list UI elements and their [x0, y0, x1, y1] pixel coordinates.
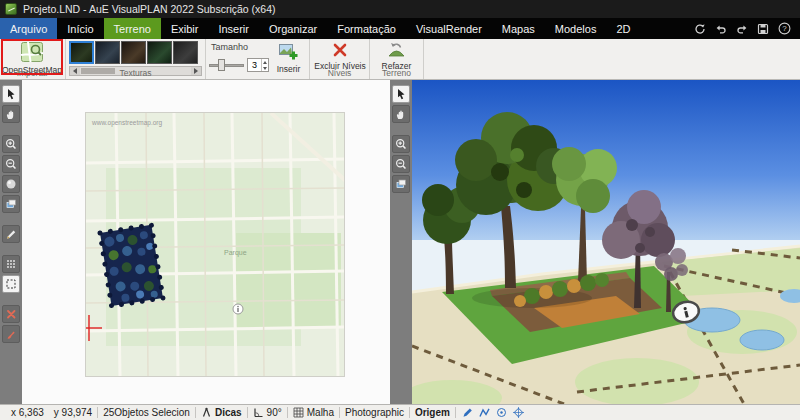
angle-indicator[interactable]: 90° [248, 407, 287, 418]
rebuild-terrain-icon [388, 42, 405, 60]
redo-icon[interactable] [735, 22, 749, 36]
menu-bar: Arquivo Início Terreno Exibir Inserir Or… [0, 18, 800, 39]
texture-thumbnail[interactable] [173, 41, 198, 64]
draw-tool-button[interactable] [2, 225, 20, 243]
select-tool-button[interactable] [2, 85, 20, 103]
compass-icon [201, 407, 212, 418]
texture-thumbnail[interactable] [95, 41, 120, 64]
polyline-icon[interactable] [479, 407, 490, 418]
menu-formatacao[interactable]: Formatação [327, 18, 406, 39]
pan-tool-button-3d[interactable] [392, 105, 410, 123]
dots-grid-icon [5, 258, 17, 270]
zoom-out-icon [5, 158, 17, 170]
views-button-3d[interactable] [392, 175, 410, 193]
ribbon: OpenStreetMap Importar Text [0, 39, 800, 80]
map-2d-canvas[interactable]: www.openstreetmap.org Parque [86, 113, 345, 377]
hatch-tool-button[interactable] [2, 255, 20, 273]
angle-icon [253, 407, 264, 418]
grid-icon [293, 407, 304, 418]
menu-mapas[interactable]: Mapas [492, 18, 545, 39]
menu-organizar[interactable]: Organizar [259, 18, 327, 39]
ribbon-group-niveis: Excluir Níveis Níveis [310, 39, 370, 79]
save-icon[interactable] [756, 22, 770, 36]
hand-icon [5, 108, 17, 120]
selection-count: 25Objetos Selecion [98, 407, 195, 418]
undo-icon[interactable] [714, 22, 728, 36]
delete-x-icon [332, 42, 348, 60]
erase-tool-button[interactable] [2, 325, 20, 343]
menu-inserir[interactable]: Inserir [208, 18, 259, 39]
pencil-blue-icon[interactable] [462, 407, 473, 418]
inserir-button[interactable]: Inserir [271, 41, 306, 75]
view-3d-canvas[interactable] [412, 80, 800, 404]
menu-terreno[interactable]: Terreno [104, 18, 161, 39]
refresh-icon[interactable] [693, 22, 707, 36]
menu-inicio[interactable]: Início [57, 18, 103, 39]
ribbon-group-terreno: Refazer Terreno [370, 39, 424, 79]
coordinate-x: x 6,363 [6, 407, 49, 418]
select-tool-button-3d[interactable] [392, 85, 410, 103]
red-x-icon [5, 308, 17, 320]
ribbon-empty-space [424, 39, 800, 79]
map-info-marker [233, 304, 243, 314]
zoom-in-button-3d[interactable] [392, 135, 410, 153]
zoom-in-icon [5, 138, 17, 150]
texture-thumbnail[interactable] [147, 41, 172, 64]
delete-object-button[interactable] [2, 305, 20, 323]
snap-mode-icons [456, 407, 530, 418]
hand-icon [395, 108, 407, 120]
menu-exibir[interactable]: Exibir [161, 18, 209, 39]
layers-icon [5, 198, 17, 210]
map-document[interactable]: www.openstreetmap.org Parque [85, 112, 345, 377]
center-snap-icon[interactable] [496, 407, 507, 418]
osnap-diamond-icon[interactable] [513, 407, 524, 418]
pane-2d: www.openstreetmap.org Parque [22, 80, 390, 404]
menu-visualrender[interactable]: VisualRender [406, 18, 492, 39]
selected-planting-area[interactable] [100, 225, 163, 306]
menu-modelos[interactable]: Modelos [545, 18, 607, 39]
layers-icon [395, 178, 407, 190]
ribbon-group-texturas: Texturas [66, 39, 206, 79]
zoom-out-icon [395, 158, 407, 170]
pencil-icon [5, 228, 17, 240]
cursor-icon [5, 88, 17, 100]
zoom-out-button[interactable] [2, 155, 20, 173]
pan-tool-button[interactable] [2, 105, 20, 123]
tamanho-label: Tamanho [211, 42, 269, 52]
marquee-select-button[interactable] [2, 275, 20, 293]
view3d-toolbar [390, 80, 412, 404]
spin-down-button[interactable] [262, 65, 268, 71]
malha-toggle[interactable]: Malha [288, 407, 339, 418]
ribbon-group-inserir: Tamanho 3 [206, 39, 310, 79]
group-label-terreno: Terreno [370, 68, 423, 79]
dicas-toggle[interactable]: Dicas [196, 407, 247, 418]
park-area-2 [236, 233, 341, 328]
insert-image-icon [279, 42, 298, 63]
menu-2d[interactable]: 2D [606, 18, 640, 39]
window-title: Projeto.LND - AuE VisualPLAN 2022 Subscr… [23, 3, 276, 15]
slider-handle[interactable] [218, 59, 225, 71]
coordinate-y: y 93,974 [49, 407, 97, 418]
texture-thumbnail[interactable] [69, 41, 94, 64]
render-mode[interactable]: Photographic [340, 407, 409, 418]
svg-text:?: ? [782, 24, 787, 33]
menu-arquivo[interactable]: Arquivo [0, 18, 57, 39]
help-icon[interactable]: ? [777, 22, 791, 36]
pane-3d [412, 80, 800, 404]
tamanho-value: 3 [248, 59, 261, 71]
title-bar[interactable]: Projeto.LND - AuE VisualPLAN 2022 Subscr… [0, 0, 800, 18]
group-label-importar: Importar [0, 68, 65, 79]
texture-thumbnail[interactable] [121, 41, 146, 64]
cursor-icon [395, 88, 407, 100]
views-button[interactable] [2, 195, 20, 213]
brush-icon [5, 328, 17, 340]
tamanho-slider[interactable] [209, 59, 244, 71]
slider-track [209, 64, 244, 67]
tamanho-spinbox[interactable]: 3 [247, 58, 269, 72]
origem-button[interactable]: Origem [410, 407, 455, 418]
zoom-in-button[interactable] [2, 135, 20, 153]
zoom-out-button-3d[interactable] [392, 155, 410, 173]
zoom-in-icon [395, 138, 407, 150]
render-sphere-button[interactable] [2, 175, 20, 193]
park-label: Parque [224, 249, 247, 257]
